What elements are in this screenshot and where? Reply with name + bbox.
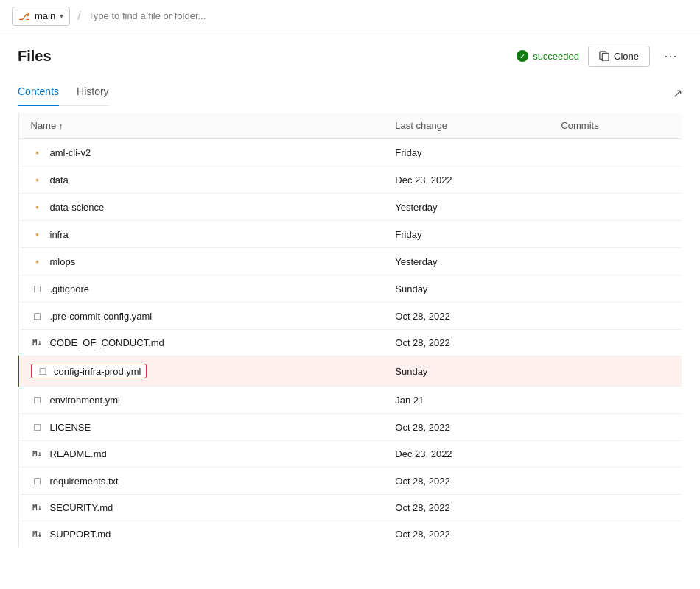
file-link[interactable]: data — [50, 174, 69, 186]
table-row[interactable]: □ config-infra-prod.yml Sunday — [18, 356, 682, 387]
header-actions: ✓ succeeded Clone ⋯ — [517, 44, 682, 68]
last-change-cell: Sunday — [383, 356, 549, 387]
column-header-name: Name ↑ — [18, 113, 383, 139]
table-row[interactable]: ▪ data-science Yesterday — [18, 194, 682, 221]
column-header-commits: Commits — [549, 113, 682, 139]
markdown-icon: M↓ — [31, 529, 44, 539]
table-row[interactable]: ▪ data Dec 23, 2022 — [18, 166, 682, 194]
file-name-cell: M↓ SECURITY.md — [18, 495, 383, 521]
commits-cell — [549, 248, 682, 275]
file-search-input[interactable] — [88, 10, 251, 21]
last-change-cell: Yesterday — [383, 248, 549, 275]
table-row[interactable]: □ .pre-commit-config.yaml Oct 28, 2022 — [18, 303, 682, 330]
expand-icon[interactable]: ↗ — [673, 86, 682, 100]
file-name-cell: □ environment.yml — [18, 387, 383, 414]
file-icon: □ — [31, 310, 44, 322]
commits-cell — [549, 356, 682, 387]
tab-contents[interactable]: Contents — [18, 80, 59, 106]
file-link[interactable]: data-science — [50, 202, 105, 213]
tab-history[interactable]: History — [77, 80, 109, 106]
page-title: Files — [18, 48, 52, 65]
last-change-cell: Sunday — [383, 275, 549, 303]
commits-cell — [549, 414, 682, 441]
branch-label: main — [35, 10, 55, 21]
file-link[interactable]: requirements.txt — [50, 476, 119, 487]
commits-cell — [549, 441, 682, 468]
file-name-cell: ▪ mlops — [18, 248, 383, 275]
folder-icon: ▪ — [31, 228, 44, 240]
file-name-cell: □ config-infra-prod.yml — [18, 356, 383, 387]
file-link[interactable]: infra — [50, 229, 69, 240]
markdown-icon: M↓ — [31, 449, 44, 459]
status-dot-icon: ✓ — [517, 50, 528, 62]
file-name-cell: M↓ CODE_OF_CONDUCT.md — [18, 330, 383, 356]
file-name-cell: ▪ data-science — [18, 194, 383, 221]
file-icon: □ — [31, 475, 44, 487]
table-row[interactable]: M↓ SUPPORT.md Oct 28, 2022 — [18, 521, 682, 548]
clone-icon — [599, 51, 609, 61]
file-icon: □ — [36, 365, 49, 377]
markdown-icon: M↓ — [31, 338, 44, 348]
branch-selector[interactable]: ⎇ main ▾ — [12, 7, 70, 26]
file-link[interactable]: config-infra-prod.yml — [54, 366, 141, 377]
commits-cell — [549, 330, 682, 356]
commits-cell — [549, 495, 682, 521]
file-icon: □ — [31, 283, 44, 294]
file-link[interactable]: SUPPORT.md — [50, 529, 111, 540]
file-link[interactable]: .pre-commit-config.yaml — [50, 311, 153, 322]
clone-button[interactable]: Clone — [588, 46, 650, 67]
last-change-cell: Oct 28, 2022 — [383, 330, 549, 356]
tabs: Contents History — [18, 80, 109, 106]
commits-cell — [549, 387, 682, 414]
table-header-row: Name ↑ Last change Commits — [18, 113, 682, 139]
highlighted-file-box: □ config-infra-prod.yml — [31, 364, 147, 378]
table-row[interactable]: ▪ infra Friday — [18, 221, 682, 248]
file-link[interactable]: mlops — [50, 256, 76, 267]
last-change-cell: Yesterday — [383, 194, 549, 221]
files-header: Files ✓ succeeded Clone ⋯ — [18, 44, 682, 68]
table-row[interactable]: M↓ SECURITY.md Oct 28, 2022 — [18, 495, 682, 521]
main-content: Files ✓ succeeded Clone ⋯ Contents Histo… — [0, 32, 700, 560]
table-row[interactable]: □ .gitignore Sunday — [18, 275, 682, 303]
table-row[interactable]: M↓ CODE_OF_CONDUCT.md Oct 28, 2022 — [18, 330, 682, 356]
commits-cell — [549, 221, 682, 248]
folder-icon: ▪ — [31, 201, 44, 213]
table-row[interactable]: □ LICENSE Oct 28, 2022 — [18, 414, 682, 441]
svg-rect-1 — [602, 54, 609, 62]
last-change-cell: Friday — [383, 221, 549, 248]
column-header-last-change: Last change — [383, 113, 549, 139]
commits-cell — [549, 521, 682, 548]
more-options-button[interactable]: ⋯ — [659, 44, 682, 68]
file-link[interactable]: CODE_OF_CONDUCT.md — [50, 337, 164, 348]
table-row[interactable]: M↓ README.md Dec 23, 2022 — [18, 441, 682, 468]
last-change-cell: Friday — [383, 139, 549, 166]
status-label: succeeded — [533, 51, 579, 62]
status-badge: ✓ succeeded — [517, 50, 579, 62]
file-name-cell: □ .pre-commit-config.yaml — [18, 303, 383, 330]
chevron-down-icon: ▾ — [60, 12, 63, 20]
commits-cell — [549, 166, 682, 194]
file-icon: □ — [31, 421, 44, 433]
folder-icon: ▪ — [31, 255, 44, 267]
folder-icon: ▪ — [31, 147, 44, 158]
file-link[interactable]: .gitignore — [50, 283, 89, 294]
file-table: Name ↑ Last change Commits ▪ aml-cli-v2 … — [18, 112, 682, 548]
file-name-cell: □ LICENSE — [18, 414, 383, 441]
last-change-cell: Oct 28, 2022 — [383, 495, 549, 521]
path-separator: / — [77, 10, 80, 23]
branch-icon: ⎇ — [18, 10, 30, 22]
file-link[interactable]: LICENSE — [50, 422, 91, 433]
file-link[interactable]: environment.yml — [50, 395, 120, 406]
file-link[interactable]: SECURITY.md — [50, 502, 113, 513]
file-icon: □ — [31, 394, 44, 406]
table-row[interactable]: ▪ aml-cli-v2 Friday — [18, 139, 682, 166]
file-link[interactable]: README.md — [50, 448, 107, 459]
folder-icon: ▪ — [31, 174, 44, 186]
file-name-cell: ▪ infra — [18, 221, 383, 248]
commits-cell — [549, 194, 682, 221]
file-name-cell: □ requirements.txt — [18, 468, 383, 495]
table-row[interactable]: □ environment.yml Jan 21 — [18, 387, 682, 414]
table-row[interactable]: □ requirements.txt Oct 28, 2022 — [18, 468, 682, 495]
file-link[interactable]: aml-cli-v2 — [50, 147, 91, 158]
table-row[interactable]: ▪ mlops Yesterday — [18, 248, 682, 275]
